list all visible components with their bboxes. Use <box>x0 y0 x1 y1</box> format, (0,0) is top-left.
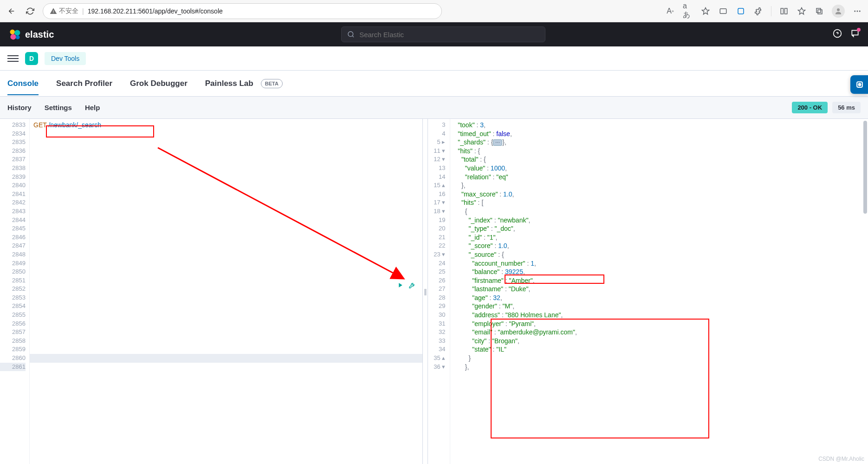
addr-separator: | <box>82 7 84 15</box>
request-editor[interactable]: GET /newbank/_search <box>30 119 422 464</box>
svg-rect-5 <box>818 10 822 14</box>
nav-bar: D Dev Tools <box>0 46 868 71</box>
breadcrumb-devtools[interactable]: Dev Tools <box>45 52 86 65</box>
logo-mark-icon <box>8 28 21 41</box>
extensions-icon[interactable] <box>753 6 764 16</box>
settings-link[interactable]: Settings <box>45 104 72 111</box>
space-badge[interactable]: D <box>25 52 38 65</box>
request-gutter: 2833283428352836283728382839284028412842… <box>0 119 30 464</box>
text-size-icon[interactable]: A» <box>665 6 675 16</box>
editor-split: 2833283428352836283728382839284028412842… <box>0 119 868 464</box>
svg-point-14 <box>348 32 353 37</box>
help-icon[interactable] <box>833 29 842 40</box>
svg-rect-4 <box>816 8 821 13</box>
run-buttons <box>396 281 416 291</box>
tab-painless-lab[interactable]: Painless Lab <box>205 72 253 95</box>
insecure-label: 不安全 <box>59 7 78 15</box>
tab-console[interactable]: Console <box>7 72 39 95</box>
history-link[interactable]: History <box>7 104 32 111</box>
svg-point-6 <box>837 8 840 11</box>
response-gutter: 345 ▸11 ▾12 ▾131415 ▴1617 ▾18 ▾192021222… <box>428 119 450 464</box>
svg-point-17 <box>859 84 861 86</box>
news-icon[interactable] <box>850 29 860 40</box>
refresh-button[interactable] <box>24 5 36 17</box>
menu-button[interactable] <box>7 53 19 64</box>
svg-point-13 <box>16 35 20 39</box>
url-text: 192.168.202.211:5601/app/dev_tools#/cons… <box>88 7 223 15</box>
brand-text: elastic <box>25 29 54 40</box>
insecure-icon: 不安全 <box>50 7 78 15</box>
svg-rect-3 <box>785 8 787 14</box>
tab-search-profiler[interactable]: Search Profiler <box>56 72 112 95</box>
browser-right-icons: A» aあ <box>665 5 862 18</box>
collections-icon[interactable] <box>736 6 746 16</box>
svg-rect-1 <box>738 8 744 14</box>
split-icon[interactable] <box>779 6 789 16</box>
profile-avatar[interactable] <box>832 5 845 18</box>
svg-point-11 <box>14 30 20 35</box>
global-search[interactable] <box>341 26 545 42</box>
search-icon <box>347 31 355 38</box>
svg-point-8 <box>857 10 858 12</box>
svg-rect-0 <box>720 8 726 13</box>
more-icon[interactable] <box>852 6 862 16</box>
search-input[interactable] <box>359 31 539 39</box>
elastic-logo[interactable]: elastic <box>8 28 54 41</box>
splitter[interactable]: ‖ <box>422 119 428 464</box>
scrollbar[interactable] <box>863 121 867 214</box>
address-bar[interactable]: 不安全 | 192.168.202.211:5601/app/dev_tools… <box>43 3 442 19</box>
response-viewer[interactable]: "took" : 3, "timed_out" : false, "_shard… <box>450 119 868 464</box>
browser-toolbar: 不安全 | 192.168.202.211:5601/app/dev_tools… <box>0 0 868 22</box>
back-button[interactable] <box>6 5 18 17</box>
collections2-icon[interactable] <box>814 6 824 16</box>
translate-icon[interactable]: aあ <box>683 6 693 16</box>
devtools-tabs: Console Search Profiler Grok Debugger Pa… <box>0 71 868 97</box>
favorites-bar-icon[interactable] <box>797 6 807 16</box>
svg-point-12 <box>10 34 16 39</box>
response-pane: 345 ▸11 ▾12 ▾131415 ▴1617 ▾18 ▾192021222… <box>428 119 868 464</box>
favorite-icon[interactable] <box>700 6 711 16</box>
media-icon[interactable] <box>718 6 728 16</box>
tab-grok-debugger[interactable]: Grok Debugger <box>130 72 188 95</box>
header-right <box>833 29 860 40</box>
status-badge: 200 - OK <box>792 102 828 113</box>
request-pane: 2833283428352836283728382839284028412842… <box>0 119 422 464</box>
run-icon[interactable] <box>396 281 404 291</box>
beta-badge: BETA <box>261 79 283 88</box>
svg-point-7 <box>854 10 855 12</box>
watermark: CSDN @Mr.Aholic <box>818 456 864 462</box>
svg-point-9 <box>859 10 861 12</box>
svg-rect-2 <box>781 8 783 14</box>
wrench-icon[interactable] <box>408 281 416 291</box>
time-badge: 56 ms <box>832 102 861 113</box>
console-toolbar: History Settings Help 200 - OK 56 ms <box>0 97 868 119</box>
help-link[interactable]: Help <box>85 104 100 111</box>
side-fab[interactable] <box>850 75 868 94</box>
elastic-header: elastic <box>0 22 868 46</box>
svg-point-10 <box>10 30 15 35</box>
